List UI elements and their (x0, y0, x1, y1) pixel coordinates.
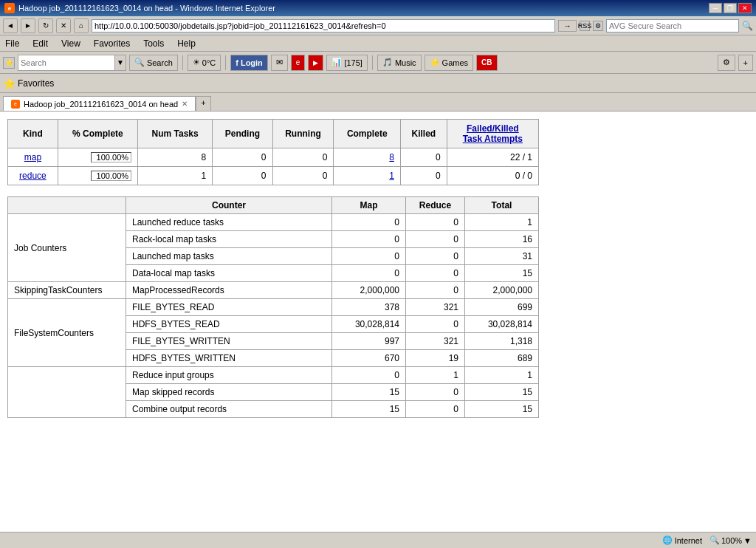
menu-favorites[interactable]: Favorites (92, 38, 132, 49)
toolbar: ⭐ ▼ 🔍 Search ☀ 0°C f Login ✉ e ▶ 📊 [175]… (0, 52, 756, 74)
cell-killed-reduce: 0 (400, 167, 447, 185)
reduce-percent-input[interactable] (91, 171, 131, 181)
counters-header-row: Counter Map Reduce Total (8, 197, 539, 214)
internet-zone: 🌐 Internet (662, 535, 702, 545)
compat-icon: ⚙ (593, 21, 603, 31)
reduce-link[interactable]: reduce (19, 171, 47, 181)
map-link[interactable]: map (24, 152, 41, 162)
col-failed: Failed/KilledTask Attempts (447, 120, 538, 148)
cell-reduce: 0 (406, 384, 465, 401)
menu-file[interactable]: File (3, 38, 21, 49)
table-row: reduce 1 0 0 1 0 0 / 0 (8, 167, 539, 185)
cell-total: 31 (465, 248, 539, 265)
col-kind: Kind (8, 120, 58, 148)
minimize-button[interactable]: ─ (709, 3, 722, 13)
cell-complete-map: 8 (334, 148, 401, 167)
cell-complete-reduce: 1 (334, 167, 401, 185)
cell-reduce: 19 (406, 350, 465, 367)
forward-button[interactable]: ► (21, 18, 35, 33)
cell-running-reduce: 0 (272, 167, 334, 185)
cell-tasks-map: 8 (138, 148, 213, 167)
cell-total: 689 (465, 350, 539, 367)
cell-tasks-reduce: 1 (138, 167, 213, 185)
cell-reduce: 1 (406, 367, 465, 384)
star-icon: ⭐ (430, 58, 440, 67)
toolbar-counter[interactable]: 📊 [175] (326, 55, 367, 71)
cell-reduce: 321 (406, 299, 465, 316)
reduce-complete-link[interactable]: 1 (389, 171, 394, 181)
new-tab-button[interactable]: + (196, 96, 210, 111)
counter-rack-local: Rack-local map tasks (126, 231, 332, 248)
col-complete: Complete (334, 120, 401, 148)
stop-button[interactable]: ✕ (56, 18, 71, 33)
tab-close-button[interactable]: ✕ (182, 100, 188, 108)
col-total: Total (465, 197, 539, 214)
table-row: SkippingTaskCounters MapProcessedRecords… (8, 282, 539, 299)
toolbar-youtube[interactable]: ▶ (308, 55, 323, 71)
tab-favicon: e (11, 100, 20, 109)
toolbar-browser-icon[interactable]: e (291, 55, 306, 71)
toolbar-icon: ⭐ (3, 57, 15, 69)
menu-help[interactable]: Help (175, 38, 198, 49)
counter-launched-reduce: Launched reduce tasks (126, 214, 332, 231)
search-go-icon[interactable]: 🔍 (742, 21, 753, 31)
counter-icon: 📊 (331, 58, 342, 67)
toolbar-search-input[interactable] (18, 55, 114, 70)
cell-total: 1,318 (465, 333, 539, 350)
cell-kind-reduce: reduce (8, 167, 58, 185)
menu-edit[interactable]: Edit (30, 38, 50, 49)
cell-kind-map: map (8, 148, 58, 167)
toolbar-separator-1 (182, 55, 183, 70)
map-percent-input[interactable] (91, 152, 131, 162)
counter-hdfs-bytes-read: HDFS_BYTES_READ (126, 316, 332, 333)
cell-total: 30,028,814 (465, 316, 539, 333)
cell-map: 2,000,000 (332, 282, 406, 299)
col-running: Running (272, 120, 334, 148)
toolbar-facebook[interactable]: f Login (230, 55, 268, 71)
map-complete-link[interactable]: 8 (389, 152, 394, 162)
col-num-tasks: Num Tasks (138, 120, 213, 148)
menu-tools[interactable]: Tools (141, 38, 166, 49)
title-bar-buttons: ─ ❐ ✕ (709, 3, 752, 13)
favorites-item[interactable]: ⭐ Favorites (3, 78, 54, 89)
zoom-control[interactable]: 🔍 100% ▼ (709, 535, 752, 545)
back-button[interactable]: ◄ (3, 18, 18, 33)
toolbar-email[interactable]: ✉ (271, 55, 288, 71)
restore-button[interactable]: ❐ (724, 3, 737, 13)
toolbar-settings[interactable]: ⚙ (718, 55, 735, 71)
favorites-bar: ⭐ Favorites (0, 74, 756, 93)
menu-view[interactable]: View (59, 38, 83, 49)
counter-map-skipped: Map skipped records (126, 384, 332, 401)
home-button[interactable]: ⌂ (74, 18, 89, 33)
zone-label: Internet (675, 536, 702, 545)
cell-percent-map (58, 148, 137, 167)
cell-percent-reduce (58, 167, 137, 185)
toolbar-games[interactable]: ⭐ Games (425, 55, 473, 71)
refresh-button[interactable]: ↻ (38, 18, 53, 33)
cell-total: 16 (465, 231, 539, 248)
search-input-addr[interactable] (606, 19, 739, 32)
toolbar-separator-2 (225, 55, 226, 70)
toolbar-music[interactable]: 🎵 Music (377, 55, 422, 71)
toolbar-weather[interactable]: ☀ 0°C (188, 55, 221, 71)
browser-icon: e (4, 3, 15, 13)
col-reduce: Reduce (406, 197, 465, 214)
toolbar-cb[interactable]: CB (476, 55, 497, 71)
cell-failed-reduce: 0 / 0 (447, 167, 538, 185)
col-counter-name: Counter (126, 197, 332, 214)
counter-reduce-input-groups: Reduce input groups (126, 367, 332, 384)
tab-active[interactable]: e Hadoop job_201112161623_0014 on head ✕ (3, 96, 196, 111)
toolbar-search-dropdown[interactable]: ▼ (114, 55, 126, 70)
content-area: Kind % Complete Num Tasks Pending Runnin… (0, 111, 756, 548)
zoom-icon: 🔍 (709, 535, 720, 545)
zoom-dropdown-icon: ▼ (743, 536, 752, 545)
address-input[interactable] (92, 19, 555, 32)
close-button[interactable]: ✕ (738, 3, 752, 13)
table-row: Reduce input groups 0 1 1 (8, 367, 539, 384)
cell-running-map: 0 (272, 148, 334, 167)
counter-map-processed: MapProcessedRecords (126, 282, 332, 299)
go-button[interactable]: → (558, 20, 577, 32)
favorites-label: Favorites (18, 78, 54, 89)
toolbar-search-button[interactable]: 🔍 Search (129, 55, 178, 71)
toolbar-new-tab[interactable]: + (738, 55, 753, 71)
